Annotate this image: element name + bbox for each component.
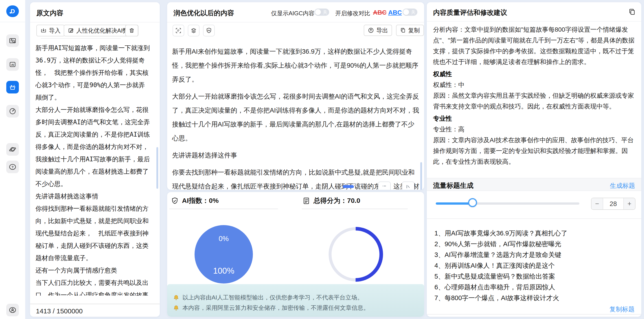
sidebar-item-toolbox[interactable] xyxy=(6,81,19,94)
professionalism-rating: 专业性：高 xyxy=(433,124,635,135)
sidebar-item-ai-tools[interactable]: AI xyxy=(6,58,19,71)
total-score-header: 100 总得分为：70.0 xyxy=(302,196,360,205)
sidebar-item-content-search[interactable]: A xyxy=(6,34,19,47)
polished-content-panel: 润色优化以后的内容 仅显示AIGC内容 关 开启修改对比 ABC ABC 关 P… xyxy=(167,2,424,190)
list-icon xyxy=(382,184,387,190)
copy-titles-link[interactable]: 复制标题 xyxy=(610,305,634,313)
quality-copy-button[interactable] xyxy=(628,8,636,16)
mini-list-button[interactable] xyxy=(378,181,391,190)
title-gen-band: 流量标题生成 生成标题 xyxy=(427,178,641,191)
professionalism-heading: 专业性 xyxy=(433,113,635,124)
shield-pk-tool-button[interactable]: PK xyxy=(203,25,215,36)
original-text-clip: 新手用AI写短篇故事，阅读量一下就涨到 36.9万，这样的数据让不少人觉得挺奇 … xyxy=(36,42,154,296)
compare-toggle[interactable]: 关 xyxy=(402,9,417,16)
ai-index-label: AI指数：0% xyxy=(182,196,218,205)
shield-pk-icon: PK xyxy=(206,27,212,34)
svg-text:A: A xyxy=(11,38,12,41)
generated-title-item: 7、每800字一个爆点，AI故事这样设计才火 xyxy=(434,292,634,303)
indent-icon xyxy=(406,184,411,190)
notice-bar: 以上内容由AI人工智能模型输出，仅供您参考学习，不代表平台立场。 本内容，采用阿… xyxy=(167,284,424,317)
aigc-toggle[interactable]: 关 xyxy=(314,9,329,16)
pie-label-top: 0% xyxy=(212,235,235,243)
stepper-plus-button[interactable]: + xyxy=(623,198,635,209)
sidebar-item-dashboard[interactable] xyxy=(6,105,19,118)
total-score-donut-chart xyxy=(328,227,383,282)
sidebar-item-user[interactable] xyxy=(6,304,19,316)
original-panel-title: 原文内容 xyxy=(36,9,63,18)
generated-title-item: 6、心理师题材点击率稳升，背后原因惊人 xyxy=(434,282,634,292)
doc-search-icon: A xyxy=(9,37,16,45)
user-icon xyxy=(9,306,16,314)
generate-title-link[interactable]: 生成标题 xyxy=(610,181,635,190)
sidebar-item-help[interactable]: ? xyxy=(6,161,19,173)
copy-button[interactable]: 复制 xyxy=(396,25,424,36)
abc-old-sample: ABC xyxy=(373,9,386,16)
svg-text:PK: PK xyxy=(208,30,210,32)
shield-check-icon xyxy=(171,197,179,205)
toolbox-icon xyxy=(9,83,16,91)
title-count-stepper: − 28 + xyxy=(591,198,636,210)
total-score-underline xyxy=(302,209,408,209)
export-icon xyxy=(368,27,374,34)
professionalism-reason: 原因：文章内容涉及AI技术在故事创作中的应用、故事创作的技巧、平台操作规则等方面… xyxy=(433,135,635,167)
logo-d-icon: D xyxy=(8,7,17,16)
mini-font-glyph: |T xyxy=(358,182,364,190)
toolbar-sub-divider xyxy=(41,38,121,39)
generated-title-item: 3、AI写作暴增流量？选题方向才是致命关键 xyxy=(434,249,634,260)
polished-text: 新手用AI来创作短篇故事，阅读量一下就涨到36.9万，这样的数据让不少人觉得挺奇… xyxy=(172,45,420,190)
abc-new-sample: ABC xyxy=(388,9,402,16)
aigc-toggle-knob xyxy=(315,9,321,15)
aigc-toggle-state: 关 xyxy=(321,9,329,16)
generated-title-item: 1、用AI写故事竟爆火36.9万阅读？真相扎心了 xyxy=(434,228,634,239)
title-count-input[interactable]: 28 xyxy=(603,198,623,209)
notice-text: 本内容，采用阿里云算力和安全储存，加密传输，不泄露任何文章信息。 xyxy=(182,304,369,312)
aigc-toggle-label: 仅显示AIGC内容 xyxy=(271,10,314,17)
generated-title-item: 2、90%人第一步就错，AI写作爆款秘密曝光 xyxy=(434,239,634,249)
polished-paragraph: 新手用AI来创作短篇故事，阅读量一下就涨到36.9万，这样的数据让不少人觉得挺奇… xyxy=(172,45,420,86)
import-icon xyxy=(40,28,47,34)
authority-heading: 权威性 xyxy=(433,69,635,80)
gauge-icon xyxy=(9,107,16,115)
generated-titles-list: 1、用AI写故事竟爆火36.9万阅读？真相扎心了 2、90%人第一步就错，AI写… xyxy=(434,228,634,303)
generated-title-item: 5、新中式悬疑成流量密码？数据给出答案 xyxy=(434,271,634,282)
original-text-editor[interactable]: 新手用AI写短篇故事，阅读量一下就涨到 36.9万，这样的数据让不少人觉得挺奇 … xyxy=(36,42,154,296)
mini-pagination-pill[interactable] xyxy=(343,185,354,188)
bell-icon xyxy=(173,305,179,311)
question-icon: ? xyxy=(9,163,16,171)
layers-tool-button[interactable] xyxy=(188,25,200,36)
copy-button-label: 复制 xyxy=(408,27,420,34)
quality-assessment-panel: 内容质量评估和修改建议 分析内容：文章中提到的数据如"短篇故事每800字得设置一… xyxy=(427,2,641,317)
planet-icon xyxy=(9,146,16,153)
analysis-paragraph: 分析内容：文章中提到的数据如"短篇故事每800字得设置一个情绪爆发点"、"第一篇… xyxy=(433,24,635,67)
pie-label-bottom: 100% xyxy=(210,266,237,276)
sidebar-divider xyxy=(0,22,25,22)
copy-icon xyxy=(400,28,406,33)
notice-text: 以上内容由AI人工智能模型输出，仅供您参考学习，不代表平台立场。 xyxy=(182,294,363,301)
scan-text-icon xyxy=(175,27,182,34)
polished-paragraph: 大部分人一开始就琢磨指令该怎么写，花很多时间去调整AI的语气和文风，这完全弄反了… xyxy=(172,89,420,145)
sidebar-item-planet[interactable] xyxy=(6,143,19,156)
delete-button[interactable] xyxy=(125,25,138,36)
polished-scrollbar-thumb[interactable] xyxy=(420,162,422,190)
mini-indent-button[interactable] xyxy=(402,181,414,190)
copy-icon xyxy=(628,8,636,16)
fullscreen-tool-button[interactable] xyxy=(172,25,184,36)
app-logo[interactable]: D xyxy=(6,6,19,17)
total-score-label: 总得分为：70.0 xyxy=(314,196,360,205)
export-button[interactable]: 导出 xyxy=(364,25,392,36)
original-scrollbar-thumb[interactable] xyxy=(156,147,158,189)
title-count-slider-handle[interactable] xyxy=(468,198,477,207)
title-gen-heading: 流量标题生成 xyxy=(433,181,474,190)
import-button[interactable]: 导入 xyxy=(36,25,64,36)
compare-toggle-knob xyxy=(403,9,409,15)
generated-title-item: 4、别再训练AI像人！真正涨阅读的是这个 xyxy=(434,260,634,271)
footer-divider xyxy=(427,314,641,314)
svg-text:100: 100 xyxy=(305,199,308,201)
authority-rating: 权威性：中 xyxy=(433,80,635,90)
ai-icon: AI xyxy=(9,61,16,68)
compare-toggle-state: 关 xyxy=(409,9,417,16)
layers-icon xyxy=(190,27,197,34)
counter-divider xyxy=(30,304,160,304)
stepper-minus-button[interactable]: − xyxy=(592,198,603,209)
edit-icon xyxy=(68,28,74,34)
